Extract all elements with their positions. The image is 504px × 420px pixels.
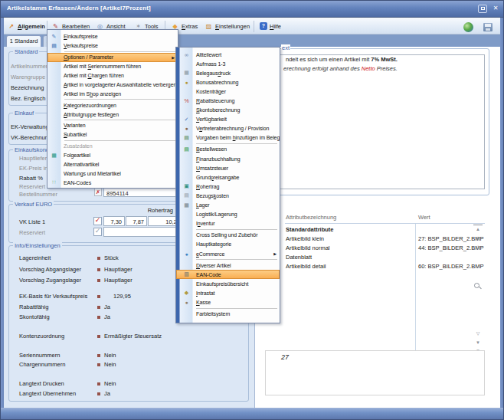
table-header-wert[interactable]: Wert [418, 214, 430, 221]
menu-item-ean-code[interactable]: ▥EAN-Code [176, 270, 280, 279]
bestellnummer-input[interactable]: 8954114 [103, 188, 183, 197]
menu-item-label: Kostenträger [196, 89, 226, 94]
menu-item-diverser-artikel[interactable]: Diverser Artikel [176, 261, 280, 270]
menu-item-farbleitsystem[interactable]: Farbleitsystem [176, 310, 280, 319]
menu-separator [64, 120, 175, 120]
menu-item-artikel-mit-seriennummern-f-hren[interactable]: Artikel mit Seriennummern führen [47, 62, 178, 71]
vk-price-1-input[interactable]: 7,30 [103, 216, 125, 226]
menu-item-logistik-lagerung[interactable]: Logistik/Lagerung [176, 210, 280, 219]
fieldset-standard-legend: Standard [13, 48, 39, 55]
label-warengruppe: Warengruppe [11, 74, 45, 80]
reserviert-checkbox[interactable]: ✓ [93, 228, 102, 236]
close-button[interactable]: ✕ [491, 5, 500, 13]
menu-item-folgeartikel[interactable]: ▦Folgeartikel [47, 151, 178, 160]
menu-item-artikel-im-shop-anzeigen[interactable]: Artikel im Shop anzeigen [47, 89, 178, 98]
menu-item-verf-gbarkeit[interactable]: ✓Verfügbarkeit [176, 115, 280, 124]
menu-item-belegausdruck[interactable]: ▦Belegausdruck [176, 68, 280, 77]
menu-item-attributgruppe-festlegen[interactable]: Attributgruppe festlegen [47, 110, 178, 119]
discount-icon: % [180, 98, 193, 103]
menu-item-label: Umsatzsteuer [196, 166, 228, 171]
menu-item-kategoriezuordnungen[interactable]: Kategoriezuordnungen [47, 100, 178, 110]
menu-item-label: Artikel mit Seriennummern führen [64, 64, 141, 69]
scroll-down-page-icon[interactable]: ▽ [473, 330, 483, 337]
menu-item-verkaufspreise[interactable]: ▤Verkaufspreise [47, 41, 178, 51]
table-header-attributbezeichnung[interactable]: Attributbezeichnung [286, 214, 336, 221]
menu-item-label: Logistik/Lagerung [196, 212, 237, 217]
tab-standard[interactable]: 1 Standard [6, 35, 41, 47]
menu-item-rohertrag[interactable]: ▣Rohertrag [176, 182, 280, 191]
info-label: Kontenzuordnung [19, 333, 64, 340]
menu-item-hauptkategorie[interactable]: Hauptkategorie [176, 240, 280, 249]
menu-item-label: Artikel im Shop anzeigen [64, 91, 121, 97]
menu-item-vorgaben-beim-hinzuf-gen-im-beleg[interactable]: ▤Vorgaben beim hinzufügen im Beleg [176, 133, 280, 143]
menu-item-finanzbuchhaltung[interactable]: Finanzbuchhaltung [176, 154, 280, 163]
menu-item-vertreterabrechnung-provision[interactable]: ●Vertreterabrechnung / Provision [176, 124, 280, 133]
menu-item-label: Lager [196, 202, 209, 208]
menu-item-zusatzdaten[interactable]: Zusatzdaten [47, 142, 178, 151]
menu-item-altteilewert[interactable]: ∞Altteilewert [176, 50, 280, 59]
info-label: Seriennummern [19, 352, 60, 359]
menu-item-umsatzsteuer[interactable]: Umsatzsteuer [176, 163, 280, 172]
label-vk-berechnung: VK-Berechnung [11, 134, 51, 141]
menu-item-ecommerce[interactable]: ●eCommerce▶ [176, 249, 280, 258]
table-row-group[interactable]: Standardattribute [286, 226, 334, 233]
info-label: Langtext Drucken [19, 380, 64, 387]
menu-item-cross-selling-und-zubeh-r[interactable]: Cross Selling und Zubehör [176, 231, 280, 240]
reserviert-input[interactable] [103, 227, 183, 237]
table-row[interactable]: Datenblatt [286, 254, 312, 261]
menubar-item-hilfe[interactable]: ? Hilfe [260, 21, 281, 31]
menu-item-bezugskosten[interactable]: ▤Bezugskosten [176, 191, 280, 200]
menu-item-grundpreisangabe[interactable]: Grundpreisangabe [176, 172, 280, 182]
table-row[interactable]: Artikelbild normal [286, 244, 330, 251]
menu-item-label: Skontoberechnung [196, 107, 240, 113]
restore-button[interactable] [478, 5, 487, 13]
menubar-item-allgemein[interactable]: ↗ Allgemein [7, 21, 45, 31]
purchase-prices-icon: ✎ [47, 34, 61, 40]
vk-liste-checkbox[interactable]: ✓ [93, 217, 102, 225]
menu-item-kostentr-ger[interactable]: Kostenträger [176, 87, 280, 96]
delete-value-icon[interactable]: ✗ [94, 188, 102, 196]
table-cell-value[interactable]: 60: BSP_BILDER_2.BMP [418, 263, 483, 270]
menu-item-aufmass-1-3[interactable]: Aufmass 1-3 [176, 59, 280, 68]
menu-item-wartungs-und-mietartikel[interactable]: Wartungs und Mietartikel [47, 169, 178, 178]
overview-arrow-icon: ↗ [7, 23, 15, 30]
menu-item-bonusabrechnung[interactable]: ●Bonusabrechnung [176, 77, 280, 87]
fieldset-info-legend: Info/Einstellungen [13, 242, 62, 249]
menu-item-ean-codes[interactable]: ∷EAN-Codes [47, 178, 178, 187]
scroll-up-icon[interactable]: ▲ [473, 234, 483, 241]
menu-item-varianten[interactable]: Varianten [47, 121, 178, 130]
menu-item-skontoberechnung[interactable]: Skontoberechnung [176, 106, 280, 115]
menu-item-rabattsteuerung[interactable]: %Rabattsteuerung [176, 96, 280, 105]
menu-item-lager[interactable]: ▦Lager [176, 201, 280, 210]
vk-price-2-input[interactable]: 7,87 [126, 216, 147, 226]
label-artikelnummer: Artikelnummer [11, 63, 47, 70]
menu-item-artikel-in-vorgelagerter-auswahltabelle-verbergen[interactable]: Artikel in vorgelagerter Auswahltabelle … [47, 80, 178, 89]
info-value: Hauptlager [104, 277, 133, 284]
menubar-item-label: Extras [182, 23, 198, 30]
menu-item-optionen-parameter[interactable]: Optionen / Parameter▶ [47, 53, 178, 62]
menu-item-intrastat[interactable]: ◆Intrastat [176, 288, 280, 297]
table-row[interactable]: Artikelbild detail [286, 263, 326, 270]
printer-icon: ▦ [180, 70, 193, 76]
menu-item-einkaufspreise[interactable]: ✎Einkaufspreise [47, 32, 178, 41]
table-row[interactable]: Artikelbild klein [286, 235, 324, 242]
info-label: Lagereinheit [19, 254, 51, 261]
menu-item-einkaufspreis-bersicht[interactable]: Einkaufspreisübersicht [176, 279, 280, 288]
menu-item-alternativartikel[interactable]: Alternativartikel [47, 160, 178, 169]
menubar-item-einstellungen[interactable]: ▨ Einstellungen [205, 21, 250, 31]
menu-item-label: Wartungs und Mietartikel [64, 171, 121, 176]
menu-item-artikel-mit-chargen-f-hren[interactable]: Artikel mit Chargen führen [47, 71, 178, 80]
menu-item-label: Rohertrag [196, 184, 219, 189]
menu-item-subartikel[interactable]: Subartikel [47, 130, 178, 139]
menu-item-inventur[interactable]: Inventur [176, 219, 280, 228]
edit-dropdown-menu: ✎Einkaufspreise▤VerkaufspreiseOptionen /… [47, 29, 178, 189]
scroll-down-icon[interactable]: ▼ [473, 339, 483, 346]
menu-item-bestellwesen[interactable]: ▤Bestellwesen [176, 145, 280, 154]
scroll-up-page-icon[interactable]: △ [473, 243, 483, 251]
scroll-to-top-icon[interactable]: ▲ [473, 225, 483, 232]
globe-icon[interactable] [463, 22, 473, 32]
save-icon[interactable] [483, 23, 493, 31]
search-magnifier-icon[interactable] [474, 283, 479, 288]
menu-item-kasse[interactable]: ●Kasse [176, 297, 280, 307]
menu-separator [64, 99, 175, 100]
